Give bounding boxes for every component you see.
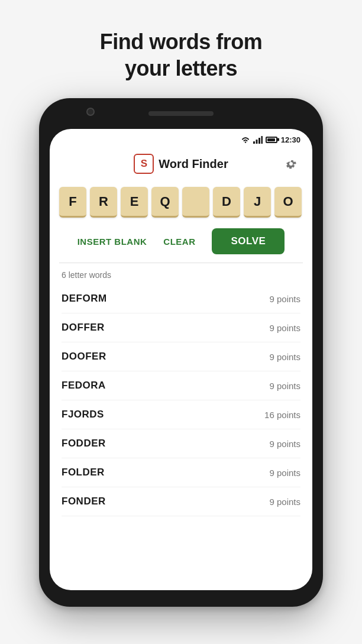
word-text: DOOFER xyxy=(62,351,106,363)
svg-rect-1 xyxy=(256,140,257,144)
battery-icon xyxy=(266,137,277,143)
tile-Q[interactable]: Q xyxy=(151,187,179,218)
word-text: FODDER xyxy=(62,438,106,449)
phone-speaker xyxy=(148,111,214,116)
svg-rect-2 xyxy=(258,138,260,144)
word-row: DEFORM 9 points xyxy=(62,284,300,313)
word-points: 9 points xyxy=(269,497,300,507)
word-text: FJORDS xyxy=(62,409,104,420)
app-title: Word Finder xyxy=(159,157,228,171)
solve-button[interactable]: SOLVE xyxy=(212,228,285,254)
svg-rect-3 xyxy=(261,136,263,144)
word-text: DOFFER xyxy=(62,322,105,334)
action-buttons: INSERT BLANK CLEAR SOLVE xyxy=(50,222,312,263)
tile-blank[interactable] xyxy=(182,187,209,218)
status-time: 12:30 xyxy=(281,135,300,144)
word-text: FOLDER xyxy=(62,467,105,478)
tile-D[interactable]: D xyxy=(213,187,240,218)
word-row: DOOFER 9 points xyxy=(62,342,300,371)
word-row: FONDER 9 points xyxy=(62,487,300,516)
section-label: 6 letter words xyxy=(62,270,300,280)
insert-blank-button[interactable]: INSERT BLANK xyxy=(77,237,147,247)
tile-J[interactable]: J xyxy=(244,187,271,218)
word-points: 16 points xyxy=(264,410,300,420)
app-headline: Find words from your letters xyxy=(100,28,263,82)
word-row: FODDER 9 points xyxy=(62,429,300,458)
headline-line1: Find words from xyxy=(100,30,263,54)
logo-icon: S xyxy=(134,154,154,174)
word-points: 9 points xyxy=(269,439,300,449)
word-row: FOLDER 9 points xyxy=(62,458,300,487)
settings-button[interactable] xyxy=(282,154,300,173)
words-section: 6 letter words DEFORM 9 points DOFFER 9 … xyxy=(50,263,312,590)
word-row: FJORDS 16 points xyxy=(62,400,300,429)
app-logo: S Word Finder xyxy=(134,154,228,174)
status-bar: 12:30 xyxy=(50,129,312,148)
app-header: S Word Finder xyxy=(50,148,312,180)
tile-R[interactable]: R xyxy=(90,187,117,218)
word-text: FEDORA xyxy=(62,380,106,391)
word-row: FEDORA 9 points xyxy=(62,371,300,400)
phone-screen: 12:30 S Word Finder F R E Q xyxy=(50,129,312,590)
status-icons xyxy=(241,136,277,144)
word-text: DEFORM xyxy=(62,293,107,305)
wifi-icon xyxy=(241,136,250,144)
gear-icon xyxy=(284,157,298,171)
phone-camera xyxy=(86,108,95,116)
clear-button[interactable]: CLEAR xyxy=(163,237,195,247)
tiles-area: F R E Q D J O xyxy=(50,180,312,222)
word-row: DOFFER 9 points xyxy=(62,313,300,342)
word-points: 9 points xyxy=(269,323,300,333)
headline-line2: your letters xyxy=(125,56,237,80)
tile-F[interactable]: F xyxy=(59,187,86,218)
word-points: 9 points xyxy=(269,468,300,478)
word-points: 9 points xyxy=(269,294,300,304)
svg-rect-0 xyxy=(253,141,255,144)
word-points: 9 points xyxy=(269,352,300,362)
phone-frame: 12:30 S Word Finder F R E Q xyxy=(39,98,323,607)
tile-E[interactable]: E xyxy=(121,187,148,218)
word-points: 9 points xyxy=(269,381,300,391)
tile-O[interactable]: O xyxy=(274,187,302,218)
word-text: FONDER xyxy=(62,496,106,507)
signal-icon xyxy=(253,136,263,144)
